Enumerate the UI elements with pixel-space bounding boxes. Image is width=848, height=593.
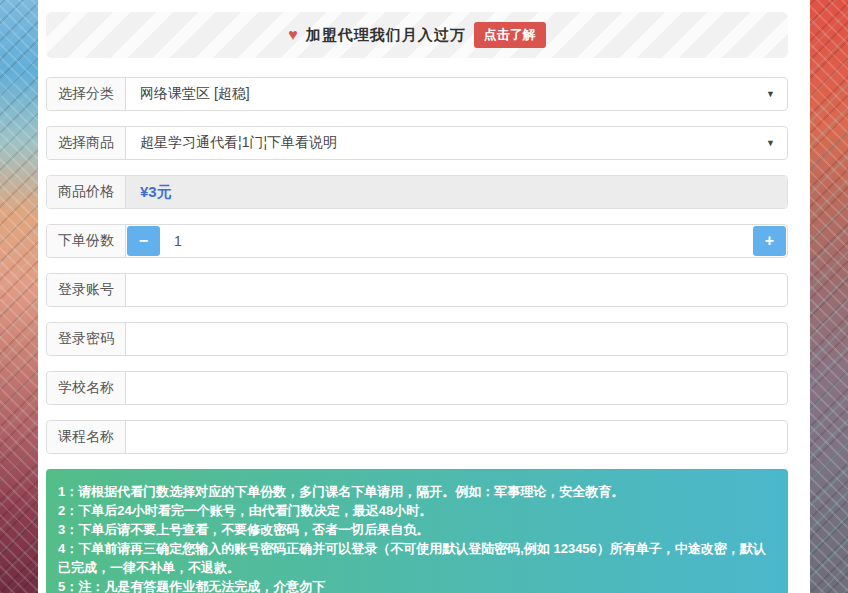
price-row: 商品价格 ¥3元 bbox=[46, 175, 788, 209]
product-label: 选择商品 bbox=[47, 127, 126, 159]
password-row: 登录密码 bbox=[46, 322, 788, 356]
school-row: 学校名称 bbox=[46, 371, 788, 405]
password-label: 登录密码 bbox=[47, 323, 126, 355]
course-label: 课程名称 bbox=[47, 421, 126, 453]
learn-more-button[interactable]: 点击了解 bbox=[474, 22, 546, 48]
order-form-page: ♥ 加盟代理我们月入过万 点击了解 选择分类 网络课堂区 [超稳] ▼ 选择商品… bbox=[38, 0, 810, 593]
category-selected-value: 网络课堂区 [超稳] bbox=[140, 85, 250, 103]
notice-line: 3：下单后请不要上号查看，不要修改密码，否者一切后果自负。 bbox=[58, 520, 776, 539]
category-row: 选择分类 网络课堂区 [超稳] ▼ bbox=[46, 77, 788, 111]
course-input[interactable] bbox=[126, 421, 787, 453]
price-label: 商品价格 bbox=[47, 176, 126, 208]
category-select[interactable]: 网络课堂区 [超稳] ▼ bbox=[126, 78, 787, 110]
account-row: 登录账号 bbox=[46, 273, 788, 307]
product-row: 选择商品 超星学习通代看¦1门¦下单看说明 ▼ bbox=[46, 126, 788, 160]
background-mosaic-right bbox=[810, 0, 848, 593]
password-input[interactable] bbox=[126, 323, 787, 355]
quantity-label: 下单份数 bbox=[47, 225, 126, 257]
school-input[interactable] bbox=[126, 372, 787, 404]
product-selected-value: 超星学习通代看¦1门¦下单看说明 bbox=[140, 134, 337, 152]
promo-banner: ♥ 加盟代理我们月入过万 点击了解 bbox=[46, 12, 788, 58]
category-label: 选择分类 bbox=[47, 78, 126, 110]
quantity-input[interactable] bbox=[161, 225, 752, 257]
order-instructions-box: 1：请根据代看门数选择对应的下单份数，多门课名下单请用，隔开。例如：军事理论，安… bbox=[46, 469, 788, 593]
background-mosaic-left bbox=[0, 0, 38, 593]
account-label: 登录账号 bbox=[47, 274, 126, 306]
promo-banner-text: 加盟代理我们月入过万 bbox=[306, 26, 466, 45]
chevron-down-icon: ▼ bbox=[766, 138, 775, 148]
account-input[interactable] bbox=[126, 274, 787, 306]
quantity-row: 下单份数 − + bbox=[46, 224, 788, 258]
course-row: 课程名称 bbox=[46, 420, 788, 454]
quantity-increase-button[interactable]: + bbox=[753, 226, 786, 256]
quantity-decrease-button[interactable]: − bbox=[127, 226, 160, 256]
heart-icon: ♥ bbox=[288, 27, 298, 43]
notice-line: 1：请根据代看门数选择对应的下单份数，多门课名下单请用，隔开。例如：军事理论，安… bbox=[58, 482, 776, 501]
chevron-down-icon: ▼ bbox=[766, 89, 775, 99]
product-select[interactable]: 超星学习通代看¦1门¦下单看说明 ▼ bbox=[126, 127, 787, 159]
price-value: ¥3元 bbox=[126, 176, 787, 208]
notice-line: 5：注：凡是有答题作业都无法完成，介意勿下 bbox=[58, 577, 776, 593]
notice-line: 4：下单前请再三确定您输入的账号密码正确并可以登录（不可使用默认登陆密码,例如 … bbox=[58, 539, 776, 577]
school-label: 学校名称 bbox=[47, 372, 126, 404]
notice-line: 2：下单后24小时看完一个账号，由代看门数决定，最迟48小时。 bbox=[58, 501, 776, 520]
